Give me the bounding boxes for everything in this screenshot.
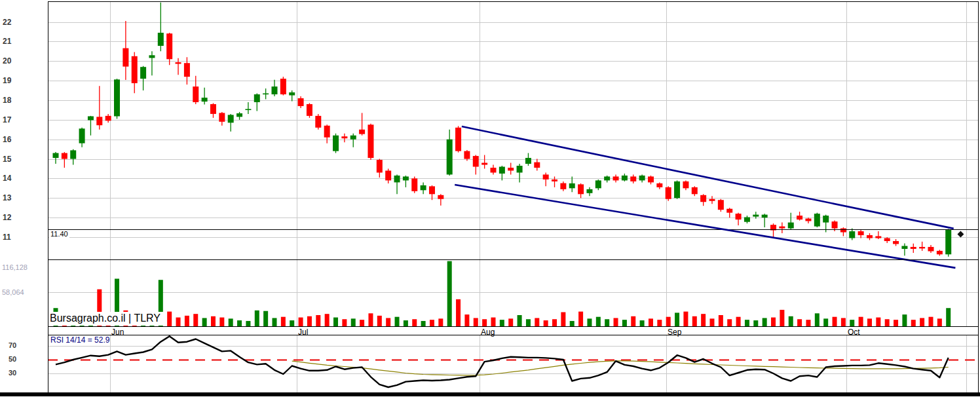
candle-body bbox=[122, 48, 128, 67]
candle-body bbox=[236, 113, 242, 117]
candle-body bbox=[788, 223, 794, 229]
candle-body bbox=[525, 158, 531, 164]
volume-bar bbox=[263, 311, 268, 326]
volume-bar bbox=[657, 320, 662, 326]
volume-bar bbox=[255, 311, 259, 326]
candle-body bbox=[481, 163, 487, 165]
candle-body bbox=[604, 176, 610, 180]
volume-bar bbox=[719, 315, 723, 326]
volume-bar bbox=[850, 320, 854, 326]
volume-bar bbox=[202, 318, 207, 326]
candle-body bbox=[674, 181, 680, 198]
candle-body bbox=[228, 115, 234, 123]
trendline bbox=[462, 126, 954, 229]
candle-body bbox=[447, 140, 453, 175]
volume-bar bbox=[771, 318, 776, 326]
candle-body bbox=[341, 136, 347, 138]
candle-body bbox=[149, 55, 155, 58]
price-axis-tick: 14 bbox=[3, 174, 11, 182]
price-axis-tick: 13 bbox=[3, 194, 11, 202]
volume-bar bbox=[570, 321, 575, 326]
candle-body bbox=[718, 200, 724, 210]
candle-body bbox=[534, 162, 540, 168]
volume-bar bbox=[185, 316, 189, 326]
volume-bar bbox=[219, 318, 224, 326]
volume-bar bbox=[649, 318, 653, 326]
volume-bar bbox=[561, 312, 565, 326]
candle-body bbox=[158, 33, 164, 46]
candle-body bbox=[254, 94, 260, 102]
volume-bar bbox=[596, 317, 601, 326]
candle-body bbox=[797, 216, 802, 219]
candle-body bbox=[245, 109, 251, 110]
candle-body bbox=[779, 227, 785, 229]
candle-body bbox=[919, 247, 925, 248]
volume-bar bbox=[911, 320, 916, 326]
volume-bar bbox=[675, 312, 679, 326]
volume-bar bbox=[753, 320, 758, 326]
volume-bar bbox=[167, 312, 172, 326]
volume-bar bbox=[578, 312, 583, 326]
volume-bar bbox=[763, 318, 767, 326]
volume-bar bbox=[876, 318, 880, 326]
volume-bar bbox=[526, 319, 531, 326]
candle-body bbox=[517, 166, 523, 172]
candle-body bbox=[569, 183, 575, 188]
candle-body bbox=[176, 62, 181, 64]
volume-bar bbox=[815, 313, 820, 326]
candle-body bbox=[911, 247, 916, 249]
candle-body bbox=[595, 180, 601, 188]
candle-body bbox=[219, 113, 225, 121]
volume-bars bbox=[54, 261, 951, 326]
volume-bar bbox=[482, 319, 487, 326]
volume-bar bbox=[789, 316, 793, 326]
volume-bar bbox=[946, 308, 951, 326]
candle-body bbox=[639, 176, 645, 180]
volume-bar bbox=[395, 317, 400, 326]
volume-bar bbox=[368, 313, 373, 326]
volume-bar bbox=[229, 318, 233, 326]
watermark: Bursagraph.co.il | TLRY bbox=[48, 312, 163, 326]
candle-body bbox=[648, 176, 654, 182]
candle-body bbox=[280, 79, 286, 94]
volume-bar bbox=[404, 320, 408, 326]
candle-body bbox=[622, 176, 628, 180]
candle-body bbox=[473, 156, 479, 166]
candle-body bbox=[849, 231, 855, 238]
candle-body bbox=[193, 86, 198, 102]
month-axis-label: Oct bbox=[848, 328, 860, 336]
volume-bar bbox=[377, 316, 382, 326]
volume-bar bbox=[683, 312, 688, 326]
volume-bar bbox=[552, 319, 557, 326]
last-price-label: 11.40 bbox=[49, 231, 69, 238]
volume-bar bbox=[622, 320, 627, 326]
volume-bar bbox=[518, 315, 522, 326]
chart-canvas[interactable] bbox=[0, 0, 980, 397]
candle-body bbox=[315, 116, 321, 128]
volume-bar bbox=[631, 316, 635, 326]
last-price-group bbox=[48, 230, 978, 238]
candle-body bbox=[298, 98, 304, 106]
candle-body bbox=[289, 92, 295, 95]
volume-bar bbox=[614, 318, 618, 326]
candle-body bbox=[543, 174, 549, 179]
volume-bar bbox=[692, 316, 697, 326]
candle-body bbox=[753, 215, 759, 217]
candle-body bbox=[613, 176, 619, 180]
volume-bar bbox=[237, 320, 242, 326]
volume-bar bbox=[841, 318, 846, 326]
bottom-border-band bbox=[0, 392, 980, 396]
volume-bar bbox=[299, 318, 303, 326]
volume-bar bbox=[456, 299, 461, 326]
rsi-line bbox=[56, 336, 949, 387]
candle-body bbox=[700, 195, 706, 202]
candle-body bbox=[499, 167, 505, 174]
volume-bar bbox=[885, 319, 890, 326]
price-axis-tick: 18 bbox=[3, 96, 11, 104]
rsi-axis-tick: 70 bbox=[9, 342, 16, 349]
volume-bar bbox=[307, 316, 312, 326]
volume-bar bbox=[797, 319, 802, 326]
volume-bar bbox=[474, 318, 478, 326]
volume-bar bbox=[823, 318, 828, 326]
candle-body bbox=[552, 180, 557, 181]
